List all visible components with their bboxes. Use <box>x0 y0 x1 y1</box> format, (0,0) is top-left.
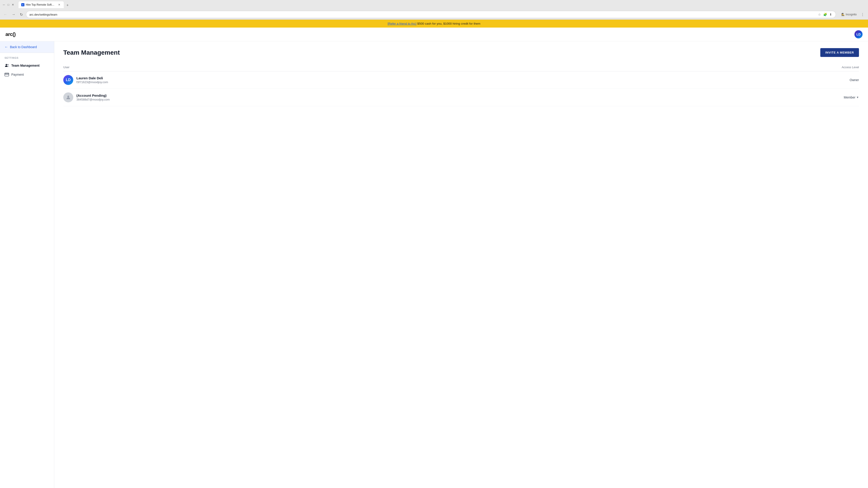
member-info-cell: LD Lauren Dale Deli f3f71623@moodjoy.com <box>63 71 643 89</box>
download-icon[interactable]: ⬇ <box>829 12 833 17</box>
browser-right-controls: 🕵 Incognito ⋮ <box>839 11 866 18</box>
tab-close-button[interactable]: ✕ <box>57 3 61 6</box>
url-text: arc.dev/settings/team <box>29 13 816 16</box>
member-email: 384588d7@moodjoy.com <box>76 98 110 101</box>
table-row: LD Lauren Dale Deli f3f71623@moodjoy.com… <box>63 71 859 89</box>
sidebar-item-payment[interactable]: Payment <box>0 70 54 79</box>
incognito-button[interactable]: 🕵 Incognito <box>839 12 859 17</box>
sidebar-item-team-management[interactable]: Team Management <box>0 61 54 70</box>
member-avatar: LD <box>63 75 73 85</box>
svg-point-1 <box>7 64 8 65</box>
refer-friend-link[interactable]: [Refer a friend to Arc] <box>388 22 416 25</box>
svg-rect-2 <box>5 73 9 76</box>
main-layout: ← Back to Dashboard SETTINGS Team Manage… <box>0 41 868 488</box>
member-details: (Account Pending) 384588d7@moodjoy.com <box>76 94 110 101</box>
col-access-header: Access Level <box>643 63 859 71</box>
content-header: Team Management INVITE A MEMBER <box>63 48 859 57</box>
window-close-button[interactable]: ✕ <box>11 3 14 6</box>
back-link-label: Back to Dashboard <box>10 45 37 49</box>
page-wrapper: [Refer a friend to Arc] $500 cash for yo… <box>0 20 868 488</box>
window-controls: ─ □ ✕ <box>2 3 14 6</box>
incognito-label: Incognito <box>846 13 857 16</box>
page-title: Team Management <box>63 49 120 56</box>
table-row: (Account Pending) 384588d7@moodjoy.com M… <box>63 89 859 106</box>
payment-icon <box>4 72 9 77</box>
col-user-header: User <box>63 63 643 71</box>
svg-point-4 <box>67 96 69 97</box>
browser-addressbar: ← → ↻ arc.dev/settings/team ☆ 🧩 ⬇ 🕵 Inco… <box>0 9 868 20</box>
incognito-icon: 🕵 <box>841 13 845 16</box>
user-avatar[interactable]: LD <box>855 30 863 38</box>
team-management-icon <box>4 63 9 68</box>
member-avatar-pending <box>63 92 73 102</box>
back-to-dashboard-link[interactable]: ← Back to Dashboard <box>0 41 54 53</box>
payment-label: Payment <box>11 73 24 76</box>
refresh-button[interactable]: ↻ <box>19 11 24 18</box>
access-level-cell: Member ▼ <box>643 89 859 106</box>
main-content: Team Management INVITE A MEMBER User Acc… <box>54 41 868 488</box>
table-header-row: User Access Level <box>63 63 859 71</box>
svg-point-0 <box>6 64 7 65</box>
window-minimize-button[interactable]: ─ <box>2 3 5 6</box>
dropdown-arrow-icon: ▼ <box>856 96 859 99</box>
banner-description: $500 cash for you, $1000 hiring credit f… <box>417 22 480 25</box>
tab-favicon-icon: A <box>21 3 24 6</box>
access-level-cell: Owner <box>643 71 859 89</box>
access-level-value: Member <box>844 96 855 99</box>
member-email: f3f71623@moodjoy.com <box>76 80 108 84</box>
member-info: (Account Pending) 384588d7@moodjoy.com <box>63 92 643 102</box>
team-management-label: Team Management <box>11 64 39 67</box>
promo-banner: [Refer a friend to Arc] $500 cash for yo… <box>0 20 868 28</box>
back-arrow-icon: ← <box>4 45 8 49</box>
tab-bar: A Hire Top Remote Software Dev… ✕ + <box>16 1 866 8</box>
access-level-value: Owner <box>850 78 859 82</box>
extensions-icon[interactable]: 🧩 <box>823 12 828 17</box>
member-details: Lauren Dale Deli f3f71623@moodjoy.com <box>76 76 108 84</box>
site-header: arc() LD <box>0 28 868 41</box>
member-name: (Account Pending) <box>76 94 110 97</box>
member-info: LD Lauren Dale Deli f3f71623@moodjoy.com <box>63 75 643 85</box>
member-info-cell: (Account Pending) 384588d7@moodjoy.com <box>63 89 643 106</box>
back-navigation-button[interactable]: ← <box>2 11 8 18</box>
browser-titlebar: ─ □ ✕ A Hire Top Remote Software Dev… ✕ … <box>0 0 868 9</box>
active-tab[interactable]: A Hire Top Remote Software Dev… ✕ <box>19 1 64 8</box>
svg-rect-3 <box>5 74 9 74</box>
browser-menu-button[interactable]: ⋮ <box>860 11 866 18</box>
tab-title: Hire Top Remote Software Dev… <box>26 3 56 6</box>
invite-member-button[interactable]: INVITE A MEMBER <box>820 48 859 57</box>
avatar-image: LD <box>855 30 863 38</box>
site-logo[interactable]: arc() <box>5 31 16 37</box>
address-bar[interactable]: arc.dev/settings/team ☆ 🧩 ⬇ <box>26 11 836 18</box>
sidebar: ← Back to Dashboard SETTINGS Team Manage… <box>0 41 54 488</box>
browser-chrome: ─ □ ✕ A Hire Top Remote Software Dev… ✕ … <box>0 0 868 20</box>
forward-navigation-button[interactable]: → <box>10 11 17 18</box>
access-dropdown[interactable]: Member ▼ <box>844 96 859 99</box>
address-bar-icons: ☆ 🧩 ⬇ <box>817 12 833 17</box>
window-maximize-button[interactable]: □ <box>7 3 10 6</box>
team-table: User Access Level LD Lauren Dale Deli f3… <box>63 63 859 106</box>
bookmark-icon[interactable]: ☆ <box>817 12 822 17</box>
new-tab-button[interactable]: + <box>65 2 70 8</box>
member-name: Lauren Dale Deli <box>76 76 108 80</box>
settings-section-label: SETTINGS <box>0 53 54 61</box>
